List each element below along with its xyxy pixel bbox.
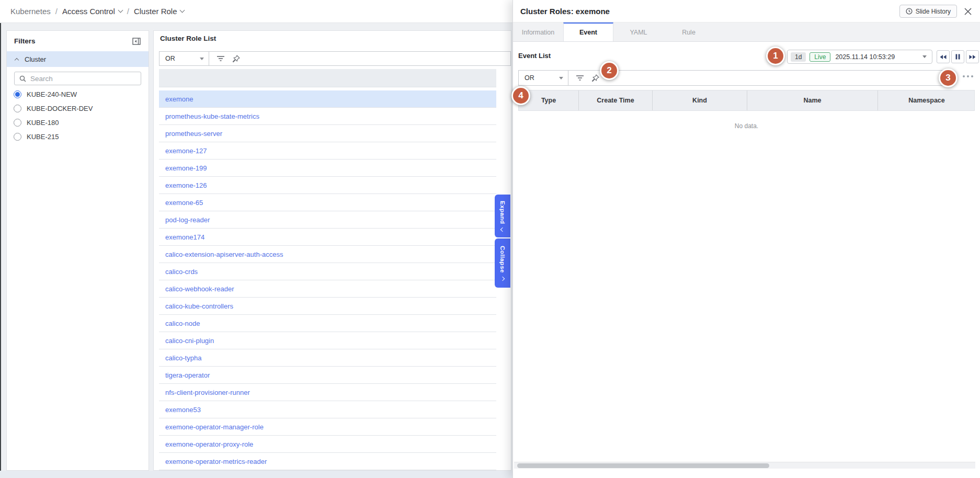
- drawer-tabbar: InformationEventYAMLRule: [513, 22, 980, 42]
- close-icon[interactable]: [962, 6, 974, 17]
- collapse-label: Collapse: [499, 246, 506, 273]
- role-link[interactable]: exemone-operator-manager-role: [165, 423, 264, 431]
- role-link[interactable]: calico-crds: [165, 268, 198, 276]
- role-link[interactable]: exemone-65: [165, 199, 203, 207]
- role-link[interactable]: exemone174: [165, 233, 204, 241]
- role-link[interactable]: prometheus-kube-state-metrics: [165, 112, 259, 120]
- role-link[interactable]: pod-log-reader: [165, 216, 210, 224]
- radio-unselected-icon[interactable]: [14, 105, 21, 112]
- table-row[interactable]: calico-webhook-reader: [159, 280, 496, 298]
- annotation-badge-2: 2: [600, 61, 619, 80]
- operator-select[interactable]: OR: [519, 71, 568, 85]
- cluster-radio-option[interactable]: KUBE-180: [7, 116, 149, 130]
- role-link[interactable]: calico-kube-controllers: [165, 302, 233, 310]
- column-header: Create Time: [579, 90, 653, 110]
- role-link[interactable]: exemone-199: [165, 164, 207, 172]
- table-row[interactable]: calico-kube-controllers: [159, 298, 496, 315]
- drawer-title: Cluster Roles: exemone: [520, 7, 610, 16]
- table-row[interactable]: exemone-operator-manager-role: [159, 418, 496, 436]
- expand-handle[interactable]: Expand: [495, 195, 510, 237]
- cluster-radio-option[interactable]: KUBE-DOCKER-DEV: [7, 101, 149, 116]
- table-row[interactable]: exemone-199: [159, 160, 496, 177]
- annotation-badge-3: 3: [939, 69, 958, 87]
- collapse-handle[interactable]: Collapse: [495, 238, 510, 288]
- role-link[interactable]: calico-extension-apiserver-auth-access: [165, 251, 283, 258]
- table-row[interactable]: calico-typha: [159, 349, 496, 367]
- radio-selected-icon[interactable]: [14, 90, 21, 98]
- filter-icon[interactable]: [216, 55, 225, 62]
- table-row[interactable]: exemone-127: [159, 142, 496, 160]
- role-link[interactable]: exemone-127: [165, 147, 207, 155]
- role-link[interactable]: exemone53: [165, 406, 201, 414]
- filters-title: Filters: [14, 37, 36, 45]
- search-input[interactable]: [30, 75, 135, 83]
- filter-icon[interactable]: [576, 75, 584, 81]
- scrollbar-thumb[interactable]: [517, 463, 769, 468]
- role-link[interactable]: nfs-client-provisioner-runner: [165, 389, 250, 396]
- role-link[interactable]: calico-cni-plugin: [165, 337, 214, 345]
- slide-history-button[interactable]: Slide History: [899, 5, 957, 18]
- table-row[interactable]: exemone-operator-proxy-role: [159, 436, 496, 453]
- breadcrumb-menu-access-control[interactable]: Access Control: [62, 7, 122, 16]
- tab-rule[interactable]: Rule: [664, 22, 714, 41]
- range-chip[interactable]: 1d: [791, 52, 806, 62]
- role-link[interactable]: tigera-operator: [165, 371, 210, 379]
- collapse-panel-icon[interactable]: [132, 37, 141, 46]
- pause-button[interactable]: [951, 50, 964, 63]
- more-options-icon[interactable]: [963, 75, 973, 77]
- table-row[interactable]: exemone-operator-metrics-reader: [159, 453, 496, 470]
- pin-icon[interactable]: [232, 55, 240, 63]
- tab-label: YAML: [630, 29, 647, 36]
- table-row[interactable]: exemone: [159, 90, 496, 108]
- time-range-control[interactable]: 1d Live 2025.11.14 10:53:29: [787, 50, 932, 64]
- cluster-radio-label: KUBE-240-NEW: [27, 90, 77, 98]
- table-row[interactable]: exemone-65: [159, 194, 496, 211]
- fast-forward-button[interactable]: [966, 50, 979, 63]
- table-row[interactable]: calico-node: [159, 315, 496, 332]
- role-link[interactable]: prometheus-server: [165, 130, 222, 138]
- table-row[interactable]: exemone53: [159, 401, 496, 418]
- table-row[interactable]: nfs-client-provisioner-runner: [159, 384, 496, 401]
- tab-yaml[interactable]: YAML: [613, 22, 664, 41]
- annotation-badge-4: 4: [511, 86, 530, 105]
- role-link[interactable]: calico-node: [165, 320, 200, 327]
- cluster-radio-option[interactable]: KUBE-240-NEW: [7, 87, 149, 101]
- pin-icon[interactable]: [591, 74, 599, 82]
- clock-icon: [906, 8, 913, 15]
- table-row[interactable]: tigera-operator: [159, 367, 496, 384]
- role-link[interactable]: exemone-operator-metrics-reader: [165, 458, 267, 465]
- chevron-right-icon: [500, 277, 505, 281]
- filters-section-cluster[interactable]: Cluster: [7, 51, 149, 67]
- table-row[interactable]: calico-crds: [159, 263, 496, 280]
- drawer-header: Cluster Roles: exemone Slide History: [513, 0, 980, 22]
- cluster-radio-option[interactable]: KUBE-215: [7, 130, 149, 144]
- table-row[interactable]: prometheus-kube-state-metrics: [159, 108, 496, 125]
- chevron-left-icon: [500, 227, 505, 232]
- role-link[interactable]: exemone-126: [165, 181, 207, 189]
- breadcrumb-menu-cluster-role[interactable]: Cluster Role: [134, 7, 185, 16]
- expand-label: Expand: [499, 201, 506, 224]
- radio-unselected-icon[interactable]: [14, 119, 21, 127]
- timestamp-value: 2025.11.14 10:53:29: [835, 53, 895, 61]
- tab-event[interactable]: Event: [563, 22, 613, 41]
- table-row[interactable]: exemone-126: [159, 177, 496, 194]
- table-row[interactable]: calico-cni-plugin: [159, 332, 496, 349]
- app-window: Kubernetes / Access Control / Cluster Ro…: [0, 0, 980, 478]
- role-link[interactable]: exemone-operator-proxy-role: [165, 440, 253, 448]
- table-row[interactable]: prometheus-server: [159, 125, 496, 142]
- live-chip[interactable]: Live: [810, 52, 830, 62]
- table-row[interactable]: exemone174: [159, 229, 496, 246]
- search-icon: [19, 75, 26, 82]
- tab-information[interactable]: Information: [513, 22, 563, 41]
- rewind-button[interactable]: [937, 50, 950, 63]
- caret-down-icon: [200, 58, 204, 60]
- column-header: Namespace: [878, 90, 975, 110]
- operator-select[interactable]: OR: [159, 52, 209, 65]
- table-row[interactable]: pod-log-reader: [159, 211, 496, 229]
- event-list-title: Event List: [518, 52, 551, 60]
- role-link[interactable]: calico-typha: [165, 354, 201, 362]
- role-link[interactable]: calico-webhook-reader: [165, 285, 234, 293]
- radio-unselected-icon[interactable]: [14, 133, 21, 141]
- table-row[interactable]: calico-extension-apiserver-auth-access: [159, 246, 496, 263]
- role-link[interactable]: exemone: [165, 95, 193, 103]
